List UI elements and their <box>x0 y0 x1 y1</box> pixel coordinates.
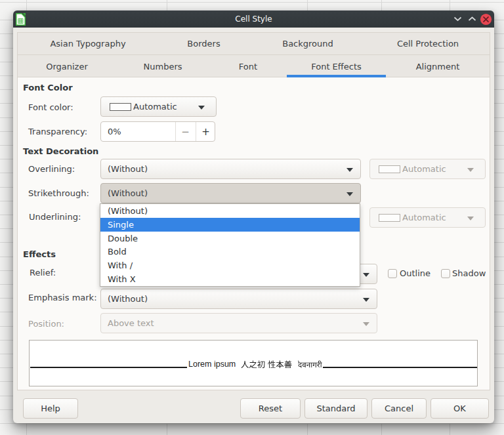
option-bold[interactable]: Bold <box>100 245 360 259</box>
font-color-value: Automatic <box>133 102 177 112</box>
help-button[interactable]: Help <box>23 398 78 419</box>
close-x-icon <box>480 13 492 26</box>
option-with-slash[interactable]: With / <box>100 259 360 272</box>
color-swatch <box>379 165 400 173</box>
tab-cell-protection[interactable]: Cell Protection <box>366 33 490 54</box>
color-swatch <box>110 103 131 111</box>
outline-label: Outline <box>400 268 430 278</box>
ok-button[interactable]: OK <box>430 398 489 419</box>
dropdown-arrow-icon <box>198 106 205 110</box>
active-tab-indicator <box>287 75 386 77</box>
tab-alignment[interactable]: Alignment <box>386 55 490 77</box>
strikethrough-dropdown[interactable]: (Without) <box>100 183 361 203</box>
tab-font-effects[interactable]: Font Effects <box>287 55 386 77</box>
window-unshade-button[interactable] <box>465 12 478 26</box>
preview-devanagari-text <box>298 360 323 370</box>
dialog-titlebar[interactable]: Cell Style <box>13 10 494 28</box>
position-dropdown: Above text <box>100 313 377 333</box>
option-without[interactable]: (Without) <box>100 204 360 218</box>
option-with-x[interactable]: With X <box>100 272 360 286</box>
overlining-label: Overlining: <box>28 164 75 174</box>
tab-organizer[interactable]: Organizer <box>18 55 116 77</box>
help-button-label: Help <box>41 404 60 413</box>
underlining-color-value: Automatic <box>402 213 446 222</box>
cancel-button[interactable]: Cancel <box>371 398 427 419</box>
overlining-color-dropdown: Automatic <box>369 159 486 179</box>
tab-label: Asian Typography <box>50 39 125 49</box>
shadow-label: Shadow <box>452 268 486 278</box>
standard-button[interactable]: Standard <box>304 398 368 419</box>
overlining-dropdown[interactable]: (Without) <box>100 159 361 179</box>
dropdown-arrow-icon <box>467 168 474 172</box>
underlining-label: Underlining: <box>29 212 81 222</box>
preview-baseline-left <box>30 367 187 368</box>
transparency-label: Transparency: <box>28 127 87 136</box>
tab-strip: Asian TypographyBordersBackgroundCell Pr… <box>18 33 490 77</box>
underlining-color-dropdown: Automatic <box>369 207 486 228</box>
dropdown-arrow-icon <box>363 298 369 302</box>
text-decoration-heading: Text Decoration <box>23 146 98 156</box>
effects-heading: Effects <box>23 249 56 259</box>
font-color-dropdown[interactable]: Automatic <box>100 96 217 117</box>
strikethrough-value: (Without) <box>108 188 148 198</box>
preview-cjk-text <box>241 359 293 369</box>
chevron-up-icon <box>468 16 476 22</box>
chevron-down-icon <box>453 16 462 22</box>
tab-label: Organizer <box>46 62 88 72</box>
font-color-label: Font color: <box>28 102 74 112</box>
font-color-heading: Font Color <box>23 83 73 93</box>
cancel-button-label: Cancel <box>385 404 413 413</box>
transparency-value: 0% <box>108 127 121 136</box>
tab-label: Numbers <box>144 62 182 72</box>
option-single[interactable]: Single <box>100 218 360 232</box>
reset-button[interactable]: Reset <box>240 398 301 419</box>
preview-baseline-right <box>323 367 477 368</box>
emphasis-mark-value: (Without) <box>108 294 148 304</box>
overlining-color-value: Automatic <box>402 164 446 174</box>
emphasis-mark-label: Emphasis mark: <box>28 293 97 302</box>
relief-label: Relief: <box>30 268 56 278</box>
tab-numbers[interactable]: Numbers <box>116 55 209 77</box>
tab-label: Font <box>239 62 257 72</box>
font-preview-area: Lorem ipsum <box>29 340 478 386</box>
tab-asian-typography[interactable]: Asian Typography <box>18 33 158 54</box>
color-swatch <box>379 214 400 222</box>
dialog-title: Cell Style <box>13 14 494 24</box>
transparency-spinner[interactable]: 0% − + <box>100 121 215 142</box>
ok-button-label: OK <box>453 404 466 413</box>
preview-latin-text: Lorem ipsum <box>188 360 236 369</box>
outline-checkbox[interactable] <box>388 269 397 278</box>
option-double[interactable]: Double <box>100 232 360 245</box>
position-value: Above text <box>108 318 154 328</box>
spinner-decrement-button[interactable]: − <box>175 122 196 141</box>
strikethrough-label: Strikethrough: <box>28 188 89 198</box>
dropdown-arrow-icon <box>363 273 369 277</box>
tab-font[interactable]: Font <box>209 55 287 77</box>
tab-label: Background <box>282 39 333 49</box>
tab-label: Alignment <box>416 62 460 72</box>
overlining-value: (Without) <box>108 164 148 174</box>
dropdown-arrow-icon <box>346 168 353 172</box>
reset-button-label: Reset <box>259 404 282 413</box>
emphasis-mark-dropdown[interactable]: (Without) <box>100 289 377 309</box>
position-label: Position: <box>28 319 64 329</box>
tab-label: Font Effects <box>311 62 362 72</box>
tab-borders[interactable]: Borders <box>158 33 249 54</box>
tab-label: Borders <box>187 39 220 49</box>
strikethrough-options-list: (Without) Single Double Bold With / With… <box>100 203 360 287</box>
dropdown-arrow-icon <box>467 217 474 220</box>
window-shade-button[interactable] <box>451 12 464 26</box>
window-close-button[interactable] <box>479 12 492 26</box>
spinner-increment-button[interactable]: + <box>196 122 216 141</box>
standard-button-label: Standard <box>316 404 355 413</box>
shadow-checkbox[interactable] <box>441 269 450 278</box>
tab-label: Cell Protection <box>397 39 459 49</box>
dropdown-arrow-icon <box>346 192 353 196</box>
tab-background[interactable]: Background <box>249 33 366 54</box>
dropdown-arrow-icon <box>363 322 369 326</box>
